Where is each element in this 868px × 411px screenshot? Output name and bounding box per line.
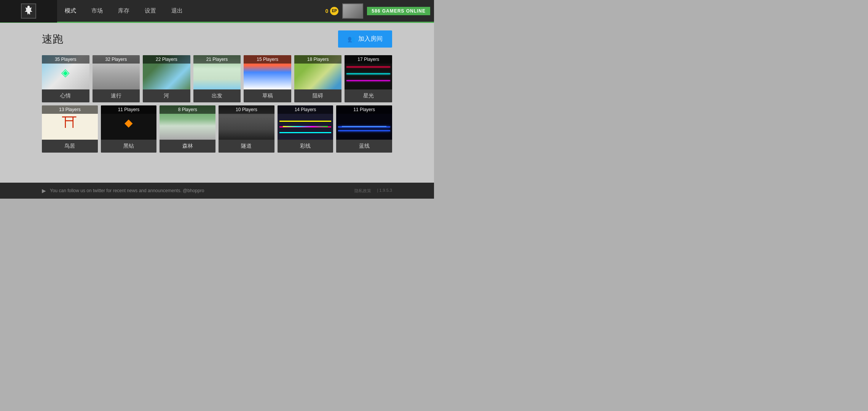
player-count: 13 Players <box>42 105 98 114</box>
player-count: 21 Players <box>193 55 241 64</box>
ep-value: 0 <box>326 8 329 14</box>
footer-message: You can follow us on twitter for recent … <box>50 188 351 193</box>
privacy-link[interactable]: 隐私政策 <box>354 188 371 194</box>
map-thumbnail: 14 Players <box>278 105 333 140</box>
map-thumbnail: 17 Players <box>345 55 392 89</box>
map-thumbnail: 13 Players <box>42 105 98 140</box>
avatar[interactable] <box>342 3 363 19</box>
map-thumbnail: 18 Players <box>294 55 342 89</box>
map-thumbnail: 22 Players <box>143 55 190 89</box>
map-name: 出发 <box>193 89 241 102</box>
player-count: 10 Players <box>219 105 274 114</box>
player-count: 15 Players <box>244 55 291 64</box>
map-name: 星光 <box>345 89 392 102</box>
map-name: 河 <box>143 89 190 102</box>
online-badge: 586 GAMERS ONLINE <box>367 7 430 15</box>
footer: ▶ You can follow us on twitter for recen… <box>0 183 434 199</box>
map-card[interactable]: 17 Players星光 <box>345 55 392 102</box>
map-thumbnail: 11 Players <box>101 105 157 140</box>
map-name: 蓝线 <box>336 140 392 153</box>
player-count: 22 Players <box>143 55 190 64</box>
version-label: | 1.9.5.3 <box>377 188 392 194</box>
main-content: 速跑 👥 加入房间 35 Players心情32 Players速行22 Pla… <box>0 23 434 183</box>
player-count: 11 Players <box>101 105 157 114</box>
map-thumbnail: 8 Players <box>160 105 215 140</box>
map-card[interactable]: 15 Players草稿 <box>244 55 291 102</box>
map-card[interactable]: 21 Players出发 <box>193 55 241 102</box>
map-card[interactable]: 35 Players心情 <box>42 55 89 102</box>
map-name: 黑钻 <box>101 140 157 153</box>
map-card[interactable]: 8 Players森林 <box>160 105 215 153</box>
map-name: 心情 <box>42 89 89 102</box>
map-name: 鸟居 <box>42 140 98 153</box>
nav-item-mode[interactable]: 模式 <box>65 5 76 16</box>
header-right: 0 EP 586 GAMERS ONLINE <box>326 3 434 19</box>
map-name: 速行 <box>93 89 140 102</box>
player-count: 17 Players <box>345 55 392 64</box>
map-thumbnail: 32 Players <box>93 55 140 89</box>
map-card[interactable]: 14 Players彩线 <box>278 105 333 153</box>
svg-point-1 <box>27 6 30 8</box>
nav-menu: 模式 市场 库存 设置 退出 <box>57 5 326 16</box>
map-card[interactable]: 22 Players河 <box>143 55 190 102</box>
footer-icon: ▶ <box>42 188 46 194</box>
join-room-button[interactable]: 👥 加入房间 <box>338 30 392 48</box>
map-grid-row2: 13 Players鸟居11 Players黑钻8 Players森林10 Pl… <box>42 105 392 153</box>
map-name: 森林 <box>160 140 215 153</box>
map-card[interactable]: 18 Players阻碍 <box>294 55 342 102</box>
nav-item-exit[interactable]: 退出 <box>171 5 183 16</box>
map-thumbnail: 10 Players <box>219 105 274 140</box>
map-card[interactable]: 13 Players鸟居 <box>42 105 98 153</box>
player-count: 8 Players <box>160 105 215 114</box>
map-thumbnail: 35 Players <box>42 55 89 89</box>
map-thumbnail: 21 Players <box>193 55 241 89</box>
player-count: 11 Players <box>336 105 392 114</box>
map-card[interactable]: 10 Players隧道 <box>219 105 274 153</box>
nav-item-inventory[interactable]: 库存 <box>118 5 129 16</box>
page-title: 速跑 <box>42 32 63 46</box>
player-count: 14 Players <box>278 105 333 114</box>
ep-badge: 0 EP <box>326 7 339 15</box>
player-count: 32 Players <box>93 55 140 64</box>
map-card[interactable]: 32 Players速行 <box>93 55 140 102</box>
map-thumbnail: 11 Players <box>336 105 392 140</box>
map-grid-row1: 35 Players心情32 Players速行22 Players河21 Pl… <box>42 55 392 102</box>
map-thumbnail: 15 Players <box>244 55 291 89</box>
map-card[interactable]: 11 Players蓝线 <box>336 105 392 153</box>
map-name: 草稿 <box>244 89 291 102</box>
nav-item-settings[interactable]: 设置 <box>145 5 156 16</box>
map-name: 阻碍 <box>294 89 342 102</box>
logo-icon <box>21 3 36 19</box>
map-name: 彩线 <box>278 140 333 153</box>
nav-item-market[interactable]: 市场 <box>91 5 103 16</box>
page-header: 速跑 👥 加入房间 <box>42 30 392 48</box>
footer-right: 隐私政策 | 1.9.5.3 <box>354 188 392 194</box>
header: 模式 市场 库存 设置 退出 0 EP 586 GAMERS ONLINE <box>0 0 434 23</box>
map-name: 隧道 <box>219 140 274 153</box>
logo-area <box>0 0 57 22</box>
join-button-label: 加入房间 <box>358 35 383 43</box>
map-card[interactable]: 11 Players黑钻 <box>101 105 157 153</box>
join-icon: 👥 <box>348 35 355 43</box>
player-count: 18 Players <box>294 55 342 64</box>
ep-icon: EP <box>330 7 338 15</box>
player-count: 35 Players <box>42 55 89 64</box>
